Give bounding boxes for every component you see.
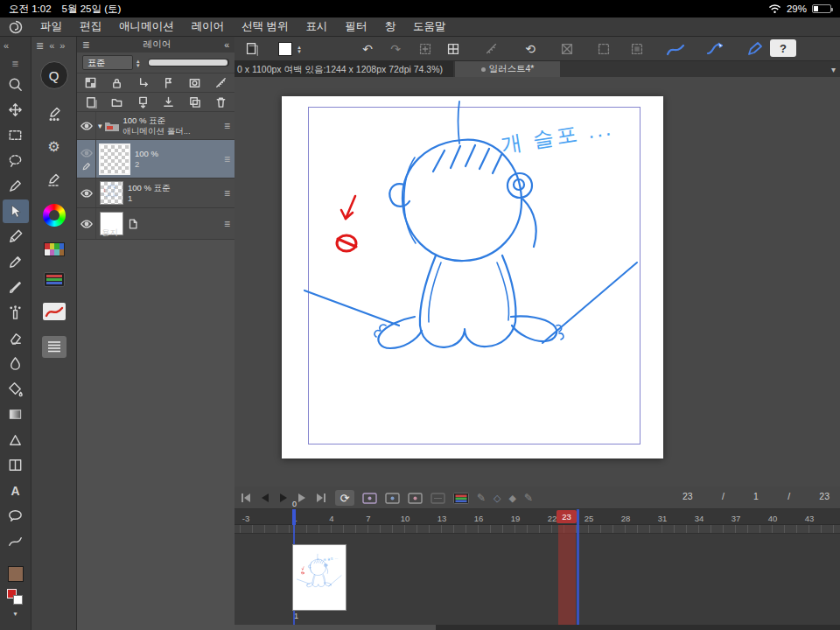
deselect-icon[interactable] xyxy=(556,39,578,58)
collapse-right-icon[interactable]: » xyxy=(60,40,65,51)
onion-skin-icon-3[interactable] xyxy=(408,493,423,504)
cel-film-icon[interactable] xyxy=(453,493,469,504)
select-fill-icon[interactable] xyxy=(626,39,648,58)
keyframe-filled-icon[interactable]: ◆ xyxy=(509,493,516,504)
start-frame[interactable]: 1 xyxy=(753,491,759,501)
blend-mode-select[interactable]: 표준 xyxy=(82,55,133,70)
sub-color-chip[interactable] xyxy=(13,595,23,605)
opacity-slider[interactable] xyxy=(148,59,229,66)
transfer-down-icon[interactable] xyxy=(136,95,150,108)
merge-down-icon[interactable] xyxy=(162,95,175,108)
onion-settings-icon[interactable] xyxy=(430,493,445,504)
menu-edit[interactable]: 편집 xyxy=(80,19,102,34)
drag-handle-icon[interactable]: ≡ xyxy=(224,120,230,132)
zoom-tool[interactable] xyxy=(3,73,29,96)
new-layer-icon[interactable] xyxy=(84,95,97,108)
size-stepper[interactable]: ▴▾ xyxy=(294,39,304,58)
frame-border-tool[interactable] xyxy=(3,453,29,477)
onion-skin-icon-2[interactable] xyxy=(385,493,400,504)
next-frame-button[interactable] xyxy=(297,493,307,503)
skip-to-start-button[interactable] xyxy=(240,493,252,503)
snap-curve-icon-2[interactable] xyxy=(705,39,726,58)
strip-expand-icon[interactable]: ▾ xyxy=(13,610,17,618)
text-tool[interactable]: A xyxy=(3,479,29,502)
collapse-left-icon[interactable]: « xyxy=(49,40,54,51)
onion-skin-icon-1[interactable] xyxy=(362,493,377,504)
visibility-eye-icon[interactable] xyxy=(80,120,94,132)
color-history-swatch[interactable] xyxy=(8,566,24,582)
stroke-preview-icon[interactable] xyxy=(43,303,66,320)
layer-row-folder[interactable]: ▾ 100 % 표준 애니메이션 폴더... ≡ xyxy=(77,112,234,140)
layer-panel-collapse-icon[interactable]: « xyxy=(224,39,229,50)
eraser-tool[interactable] xyxy=(3,326,29,350)
collapse-panel-icon[interactable]: « xyxy=(4,40,9,51)
layer-row-1[interactable]: 100 % 표준 1 ≡ xyxy=(77,178,234,208)
end-marker-line[interactable] xyxy=(577,509,579,625)
ruler-icon[interactable] xyxy=(214,76,228,89)
subtool-detail-icon[interactable] xyxy=(46,171,63,188)
animation-cel-clip[interactable] xyxy=(292,544,346,611)
visibility-eye-icon[interactable] xyxy=(80,147,94,159)
brush-settings-icon[interactable] xyxy=(46,105,63,122)
canvas[interactable] xyxy=(282,96,663,458)
timeline-scrollbar[interactable] xyxy=(234,625,840,630)
layer-panel-menu-icon[interactable]: ≣ xyxy=(82,39,90,50)
visibility-eye-icon[interactable] xyxy=(80,187,94,200)
color-set-icon[interactable] xyxy=(44,242,65,256)
canvas-drawing[interactable] xyxy=(282,96,663,458)
snap-pen-icon[interactable] xyxy=(746,39,766,58)
layer-thumbnail[interactable] xyxy=(100,181,123,205)
keyframe-icon[interactable]: ◇ xyxy=(494,493,500,504)
eyedropper-tool[interactable] xyxy=(3,174,29,198)
animation-cels-icon[interactable] xyxy=(44,272,65,287)
page-manager-icon[interactable] xyxy=(242,39,262,58)
zoom-subtool-button[interactable]: Q xyxy=(40,61,68,89)
transform-icon[interactable] xyxy=(415,39,436,58)
airbrush-tool[interactable] xyxy=(3,301,29,325)
annotate-icon[interactable]: ✎ xyxy=(524,492,533,504)
canvas-viewport[interactable] xyxy=(234,77,840,486)
end-frame[interactable]: 23 xyxy=(819,491,830,501)
move-tool[interactable] xyxy=(3,98,29,122)
panel-menu-icon[interactable]: ≣ xyxy=(11,59,18,68)
pen-tool[interactable] xyxy=(3,225,29,248)
menu-selection[interactable]: 선택 범위 xyxy=(242,19,288,34)
duplicate-layer-icon[interactable] xyxy=(188,95,201,108)
lasso-tool[interactable] xyxy=(3,149,29,172)
transparency-lock-icon[interactable] xyxy=(84,76,97,89)
menu-view[interactable]: 표시 xyxy=(305,19,327,34)
paper-color-chip[interactable] xyxy=(275,39,296,58)
balloon-tool[interactable] xyxy=(3,504,29,528)
previous-frame-button[interactable] xyxy=(260,493,270,503)
new-folder-icon[interactable] xyxy=(110,95,123,108)
snap-ruler-icon[interactable] xyxy=(481,39,502,58)
layer-mask-icon[interactable] xyxy=(188,76,201,89)
help-button[interactable]: ? xyxy=(770,39,796,57)
drag-handle-icon[interactable]: ≡ xyxy=(224,153,230,165)
main-sub-color-chips[interactable] xyxy=(7,589,24,606)
lock-icon[interactable] xyxy=(110,76,123,89)
snap-curve-icon-1[interactable] xyxy=(665,39,686,58)
timeline-ticks[interactable] xyxy=(234,525,840,534)
panel-menu-icon[interactable]: ≣ xyxy=(36,40,44,52)
playhead[interactable]: 23 xyxy=(556,510,577,523)
menu-animation[interactable]: 애니메이션 xyxy=(119,19,174,34)
redo-button[interactable]: ↷ xyxy=(385,39,406,58)
loop-playback-button[interactable]: ⟳ xyxy=(335,490,354,506)
operation-tool[interactable] xyxy=(3,200,29,223)
mesh-transform-icon[interactable] xyxy=(443,39,464,58)
visibility-eye-icon[interactable] xyxy=(80,218,94,230)
marquee-select-tool[interactable] xyxy=(3,123,29,147)
menu-window[interactable]: 창 xyxy=(384,19,396,34)
gear-icon[interactable]: ⚙ xyxy=(47,138,60,155)
blend-tool[interactable] xyxy=(3,352,29,375)
gradient-tool[interactable] xyxy=(3,402,29,426)
menu-layer[interactable]: 레이어 xyxy=(192,19,225,34)
color-wheel-icon[interactable] xyxy=(43,204,66,227)
clip-studio-logo-icon[interactable] xyxy=(9,20,23,34)
reference-layer-icon[interactable] xyxy=(162,76,175,89)
blend-stepper[interactable]: ▴▾ xyxy=(136,59,140,67)
start-marker[interactable] xyxy=(292,509,296,525)
tab-list-dropdown-icon[interactable]: ▾ xyxy=(831,61,836,77)
drag-handle-icon[interactable]: ≡ xyxy=(224,187,230,200)
